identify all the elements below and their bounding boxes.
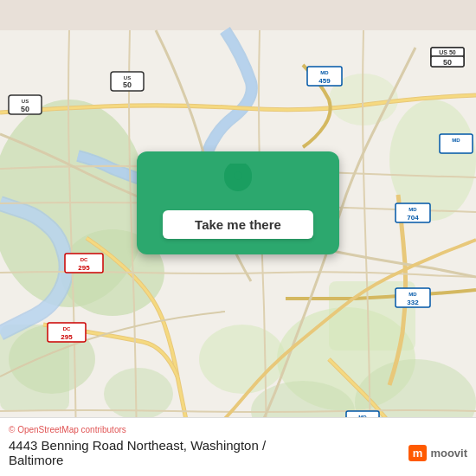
svg-text:459: 459: [318, 77, 331, 85]
svg-text:295: 295: [61, 333, 73, 341]
bottom-info-bar: © OpenStreetMap contributors 4443 Bennin…: [0, 417, 476, 476]
svg-point-10: [389, 100, 476, 221]
moovit-letter: m: [408, 445, 428, 461]
take-me-there-button[interactable]: Take me there: [163, 210, 313, 239]
svg-text:332: 332: [407, 299, 419, 306]
pin-card: Take me there: [137, 151, 339, 254]
svg-text:DC: DC: [80, 257, 88, 262]
svg-text:US: US: [22, 99, 29, 104]
map-container: US 50 US 50 50 US 50 MD 459 MD 704 MD 33…: [0, 0, 476, 476]
svg-text:MD: MD: [452, 138, 460, 143]
svg-text:704: 704: [407, 214, 419, 222]
svg-text:MD: MD: [408, 207, 417, 212]
location-name: 4443 Benning Road Northeast, Washington …: [9, 438, 266, 467]
moovit-logo: m moovit: [408, 445, 467, 461]
map-attribution: © OpenStreetMap contributors: [9, 425, 467, 434]
svg-text:50: 50: [123, 80, 132, 89]
location-info: 4443 Benning Road Northeast, Washington …: [9, 438, 467, 467]
svg-point-7: [199, 325, 286, 394]
moovit-wordmark: moovit: [430, 447, 467, 460]
svg-text:DC: DC: [63, 326, 71, 331]
svg-text:MD: MD: [320, 70, 329, 75]
svg-point-48: [235, 172, 242, 180]
svg-point-9: [104, 368, 173, 420]
svg-text:50: 50: [443, 58, 452, 67]
svg-text:295: 295: [78, 264, 90, 272]
svg-text:50: 50: [21, 105, 29, 113]
location-pin-icon: [221, 164, 255, 198]
navigation-overlay: Take me there: [137, 151, 339, 254]
svg-text:MD: MD: [408, 292, 417, 297]
svg-text:US 50: US 50: [439, 49, 456, 55]
